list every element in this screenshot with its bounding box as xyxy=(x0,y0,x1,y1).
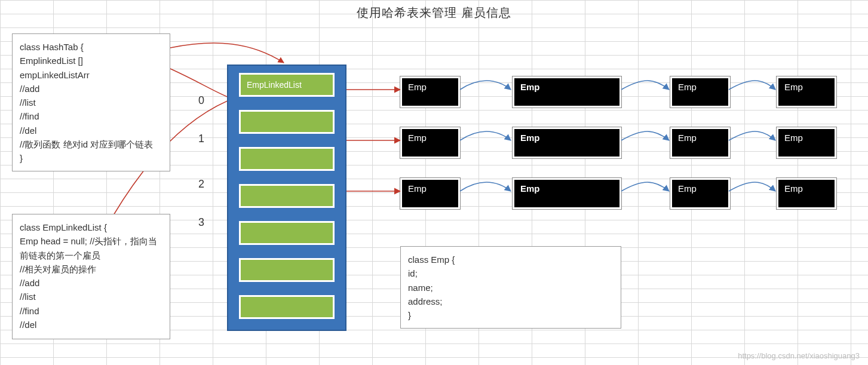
array-index-2: 2 xyxy=(198,178,204,191)
class-emp-box: class Emp { id; name; address; } xyxy=(400,246,621,329)
emp-node: Emp xyxy=(513,76,621,108)
array-index-1: 1 xyxy=(198,133,204,145)
emp-node: Emp xyxy=(400,76,460,108)
diagram-title: 使用哈希表来管理 雇员信息 xyxy=(0,5,868,21)
array-slot-3 xyxy=(239,184,335,208)
emp-node: Emp xyxy=(400,178,460,209)
array-slot-5 xyxy=(239,258,335,282)
emp-node: Emp xyxy=(400,127,460,158)
slot-label: EmpLinkedList xyxy=(247,80,302,90)
array-index-0: 0 xyxy=(198,94,204,107)
emp-node: Emp xyxy=(777,127,836,158)
watermark-text: https://blog.csdn.net/xiaoshiguang3 xyxy=(738,351,860,360)
array-slot-0: EmpLinkedList xyxy=(239,73,335,97)
emp-node: Emp xyxy=(670,178,730,209)
class-emplinkedlist-box: class EmpLinkedList { Emp head = null; /… xyxy=(12,214,170,339)
array-slot-6 xyxy=(239,295,335,319)
emp-node: Emp xyxy=(513,127,621,158)
array-slot-2 xyxy=(239,147,335,171)
class-hashtab-box: class HashTab { EmplinkedList [] empLink… xyxy=(12,33,170,171)
array-index-3: 3 xyxy=(198,216,204,229)
hash-array-container: EmpLinkedList xyxy=(227,65,346,331)
array-slot-1 xyxy=(239,110,335,134)
array-slot-4 xyxy=(239,221,335,245)
emp-node: Emp xyxy=(513,178,621,209)
emp-node: Emp xyxy=(777,76,836,108)
emp-node: Emp xyxy=(670,127,730,158)
emp-node: Emp xyxy=(670,76,730,108)
emp-node: Emp xyxy=(777,178,836,209)
